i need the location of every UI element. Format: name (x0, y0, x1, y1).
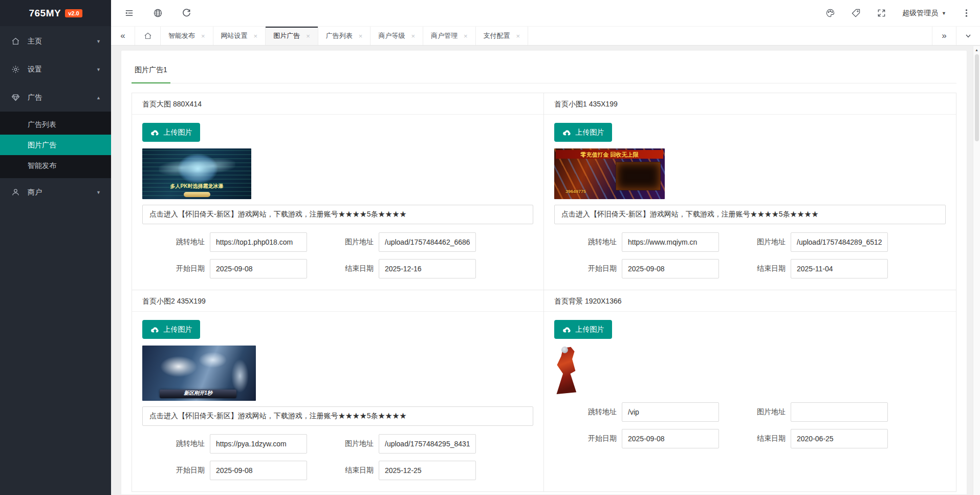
close-icon[interactable]: × (201, 33, 205, 39)
upload-image-button[interactable]: 上传图片 (142, 320, 200, 339)
tab-label: 支付配置 (484, 31, 510, 40)
tab-商户等级[interactable]: 商户等级× (371, 27, 423, 45)
image-url-input[interactable] (791, 232, 888, 252)
chevron-down-icon: ▼ (96, 39, 101, 44)
image-url-input[interactable] (791, 402, 888, 422)
jump-url-label: 跳转地址 (142, 439, 210, 448)
fullscreen-icon[interactable] (877, 8, 887, 18)
end-date-label: 结束日期 (307, 466, 379, 475)
topbar: 超级管理员 ▼ (111, 0, 980, 26)
jump-url-label: 跳转地址 (554, 407, 622, 417)
end-date-input[interactable] (791, 259, 888, 278)
sidebar-item-1[interactable]: 设置▼ (0, 55, 111, 83)
start-date-input[interactable] (210, 461, 307, 480)
close-icon[interactable]: × (411, 33, 415, 39)
start-date-input[interactable] (210, 259, 307, 278)
tabbar-right-controls: » (932, 27, 980, 45)
upload-image-button[interactable]: 上传图片 (554, 320, 612, 339)
end-date-label: 结束日期 (307, 264, 379, 273)
ad-image-preview: 零充值打金 回收无上限39649775 (554, 148, 665, 199)
ad-fields: 跳转地址图片地址开始日期结束日期 (142, 232, 533, 278)
scrollbar-thumb[interactable] (975, 54, 979, 141)
page-card: 图片广告1 首页大图 880X414上传图片多人PK时选择霜龙冰瀑跳转地址图片地… (121, 51, 967, 495)
close-icon[interactable]: × (359, 33, 363, 39)
tab-广告列表[interactable]: 广告列表× (318, 27, 371, 45)
menu-fold-icon[interactable] (124, 8, 135, 18)
upload-image-button[interactable]: 上传图片 (142, 123, 200, 142)
jump-url-input[interactable] (210, 232, 307, 252)
home-icon (144, 32, 152, 40)
end-date-input[interactable] (379, 461, 476, 480)
gear-icon (11, 65, 20, 74)
end-date-input[interactable] (379, 259, 476, 278)
sidebar-subitem[interactable]: 智能发布 (0, 155, 111, 176)
sidebar-item-label: 设置 (28, 65, 42, 74)
jump-url-label: 跳转地址 (554, 238, 622, 247)
ad-description-input[interactable] (142, 205, 533, 224)
palette-icon[interactable] (825, 8, 836, 18)
tab-label: 商户管理 (431, 31, 458, 40)
field-row: 跳转地址图片地址 (554, 402, 946, 422)
cloud-upload-icon (562, 129, 572, 136)
tab-label: 智能发布 (168, 31, 195, 40)
close-icon[interactable]: × (306, 33, 310, 39)
upload-button-label: 上传图片 (576, 128, 604, 137)
start-date-label: 开始日期 (142, 264, 210, 273)
tabs-scroll-right-button[interactable]: » (932, 27, 956, 45)
sidebar-item-3[interactable]: 商户▼ (0, 178, 111, 206)
image-url-input[interactable] (379, 434, 476, 454)
jump-url-input[interactable] (210, 434, 307, 454)
close-icon[interactable]: × (464, 33, 468, 39)
sidebar-subitem-active[interactable]: 图片广告 (0, 135, 111, 155)
version-badge: v2.0 (65, 9, 82, 17)
cloud-upload-icon (150, 326, 160, 333)
tab-label: 图片广告 (273, 31, 300, 40)
sidebar-item-2[interactable]: 广告▲ (0, 83, 111, 112)
sidebar-item-0[interactable]: 主页▼ (0, 27, 111, 55)
image-url-input[interactable] (379, 232, 476, 252)
field-row: 开始日期结束日期 (142, 461, 533, 480)
page-tab-image-ads-1[interactable]: 图片广告1 (132, 66, 170, 83)
preview-art (158, 149, 236, 185)
tabbar: « 智能发布×网站设置×图片广告×广告列表×商户等级×商户管理×支付配置× » (111, 26, 980, 46)
preview-caption: 39649775 (565, 189, 586, 194)
jump-url-label: 跳转地址 (142, 238, 210, 247)
sidebar-subitem[interactable]: 广告列表 (0, 114, 111, 135)
tabs-scroll-left-button[interactable]: « (111, 27, 135, 45)
start-date-label: 开始日期 (554, 264, 622, 273)
upload-image-button[interactable]: 上传图片 (554, 123, 612, 142)
field-row: 开始日期结束日期 (554, 259, 946, 278)
tab-支付配置[interactable]: 支付配置× (476, 27, 529, 45)
globe-icon[interactable] (153, 8, 163, 18)
field-row: 跳转地址图片地址 (142, 434, 533, 454)
app-window: 765MY v2.0 主页▼设置▼广告▲广告列表图片广告智能发布商户▼ 超级管理… (0, 0, 980, 495)
cloud-upload-icon (150, 129, 160, 136)
tab-智能发布[interactable]: 智能发布× (161, 27, 213, 45)
tab-商户管理[interactable]: 商户管理× (423, 27, 476, 45)
sidebar-item-label: 商户 (28, 188, 42, 197)
jump-url-input[interactable] (622, 232, 719, 252)
refresh-icon[interactable] (182, 8, 192, 18)
cloud-upload-icon (562, 326, 572, 333)
tag-icon[interactable] (851, 8, 861, 18)
tab-图片广告-active[interactable]: 图片广告× (266, 27, 318, 45)
user-menu[interactable]: 超级管理员 ▼ (902, 9, 946, 18)
ad-description-input[interactable] (554, 205, 946, 224)
close-icon[interactable]: × (254, 33, 258, 39)
scrollbar-up-arrow[interactable]: ▲ (973, 46, 980, 53)
gem-icon (11, 93, 20, 102)
tab-网站设置[interactable]: 网站设置× (213, 27, 266, 45)
ad-description-input[interactable] (142, 406, 533, 426)
start-date-input[interactable] (622, 429, 719, 448)
kebab-menu-icon[interactable] (962, 8, 972, 18)
ad-section-2: 首页小图1 435X199上传图片零充值打金 回收无上限39649775跳转地址… (544, 93, 956, 290)
start-date-input[interactable] (622, 259, 719, 278)
end-date-label: 结束日期 (719, 434, 791, 443)
close-icon[interactable]: × (516, 33, 520, 39)
end-date-input[interactable] (791, 429, 888, 448)
tabs-menu-button[interactable] (956, 27, 980, 45)
vertical-scrollbar[interactable]: ▲ (973, 46, 980, 495)
jump-url-input[interactable] (622, 402, 719, 422)
tab-home[interactable] (135, 27, 161, 45)
ad-section-3: 首页小图2 435X199上传图片新区刚开1秒跳转地址图片地址开始日期结束日期 (132, 290, 544, 491)
